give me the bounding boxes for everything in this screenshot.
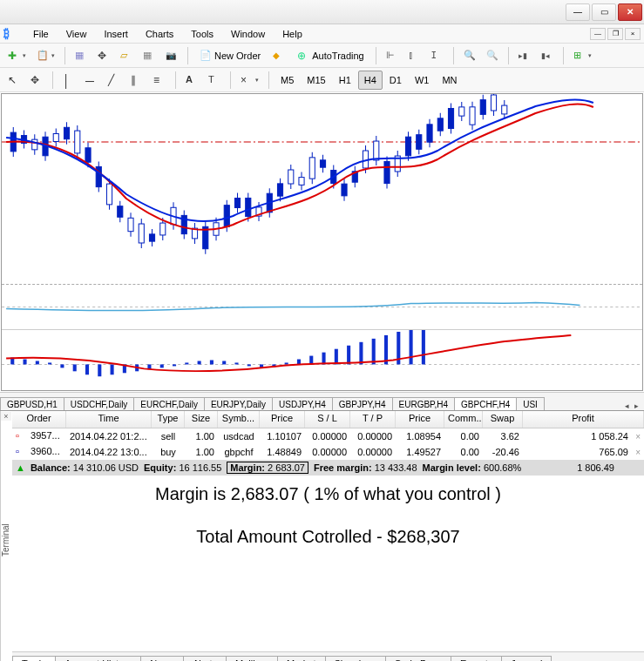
svg-rect-109 xyxy=(160,364,164,368)
channel-button[interactable] xyxy=(126,71,147,90)
price-chart[interactable] xyxy=(2,94,642,284)
terminal-tab-news[interactable]: News xyxy=(140,656,184,661)
menu-view[interactable]: View xyxy=(58,27,96,41)
trade-row[interactable]: 3957...2014.04.22 01:2...sell1.00usdcad1… xyxy=(12,428,644,444)
col-commission[interactable]: Comm... xyxy=(444,411,483,428)
text-button[interactable] xyxy=(181,71,202,90)
crosshair-button[interactable] xyxy=(93,46,114,65)
bar-chart-button[interactable] xyxy=(382,46,403,65)
trendline-button[interactable] xyxy=(104,71,125,90)
chart-tab[interactable]: USDCHF,Daily xyxy=(64,397,135,410)
close-trade-button[interactable]: × xyxy=(632,431,644,442)
chart-tab[interactable]: GBPJPY,H4 xyxy=(332,397,393,410)
window-minimize-button[interactable] xyxy=(566,3,590,21)
menu-charts[interactable]: Charts xyxy=(137,27,182,41)
chart-tab[interactable]: EURCHF,Daily xyxy=(133,397,205,410)
profiles-button[interactable]: ▾ xyxy=(32,46,59,65)
menu-help[interactable]: Help xyxy=(274,27,311,41)
terminal-close-button[interactable]: × xyxy=(1,412,11,421)
buy-icon xyxy=(16,446,28,458)
terminal-tab-mailbox[interactable]: Mailbox xyxy=(226,656,278,661)
indicators-button[interactable]: ▾ xyxy=(569,46,596,65)
menu-file[interactable]: File xyxy=(24,27,58,41)
col-type[interactable]: Type xyxy=(152,411,185,428)
cursor-button[interactable] xyxy=(3,71,24,90)
col-sl[interactable]: S / L xyxy=(305,411,350,428)
timeframe-d1[interactable]: D1 xyxy=(383,71,408,90)
terminal-button[interactable] xyxy=(139,46,159,65)
zoom-out-button[interactable] xyxy=(482,46,503,65)
crosshair-tool-button[interactable] xyxy=(26,71,47,90)
svg-rect-125 xyxy=(359,342,363,365)
vline-button[interactable] xyxy=(58,71,79,90)
market-watch-button[interactable] xyxy=(71,46,92,65)
arrows-button[interactable]: ▾ xyxy=(236,71,263,90)
chart-area[interactable] xyxy=(1,93,643,391)
expert-advisor-button[interactable] xyxy=(268,46,289,65)
line-chart-button[interactable] xyxy=(427,46,448,65)
svg-rect-122 xyxy=(322,353,326,365)
margin-highlight: Margin: 2 683.07 xyxy=(227,462,308,474)
col-order[interactable]: Order xyxy=(12,411,66,428)
window-maximize-button[interactable] xyxy=(592,3,616,21)
terminal-tab-alerts[interactable]: Alerts xyxy=(183,656,227,661)
terminal-tab-trade[interactable]: Trade xyxy=(12,656,56,661)
summary-up-icon: ▲ xyxy=(16,462,25,473)
fibo-button[interactable] xyxy=(149,71,170,90)
zoom-in-button[interactable] xyxy=(459,46,480,65)
terminal-tab-journal[interactable]: Journal xyxy=(501,656,552,661)
auto-trading-label: AutoTrading xyxy=(312,51,364,61)
col-size[interactable]: Size xyxy=(185,411,218,428)
terminal-tab-account-history[interactable]: Account History xyxy=(55,656,141,661)
chart-tab[interactable]: EURJPY,Daily xyxy=(204,397,273,410)
candle-chart-button[interactable] xyxy=(404,46,425,65)
chart-tab[interactable]: GBPCHF,H4 xyxy=(454,397,517,410)
label-button[interactable] xyxy=(204,71,225,90)
svg-rect-76 xyxy=(405,137,410,156)
timeframe-m15[interactable]: M15 xyxy=(301,71,331,90)
menu-tools[interactable]: Tools xyxy=(182,27,222,41)
timeframe-h4[interactable]: H4 xyxy=(358,71,383,90)
timeframe-mn[interactable]: MN xyxy=(436,71,463,90)
col-swap[interactable]: Swap xyxy=(483,411,523,428)
timeframe-h1[interactable]: H1 xyxy=(333,71,357,90)
col-price-open[interactable]: Price xyxy=(260,411,305,428)
mdi-close-button[interactable]: × xyxy=(625,28,641,40)
col-tp[interactable]: T / P xyxy=(350,411,396,428)
chart-tab[interactable]: USDJPY,H4 xyxy=(272,397,333,410)
timeframe-m5[interactable]: M5 xyxy=(275,71,300,90)
col-symbol[interactable]: Symb... xyxy=(218,411,260,428)
screenshot-button[interactable] xyxy=(161,46,182,65)
toolbar-main: ▾ ▾ New Order AutoTrading ▾ xyxy=(0,44,644,68)
auto-scroll-button[interactable] xyxy=(514,46,535,65)
col-profit[interactable]: Profit xyxy=(523,411,644,428)
svg-rect-22 xyxy=(118,206,123,218)
auto-trading-button[interactable]: AutoTrading xyxy=(291,46,370,65)
tab-scroll-left[interactable]: ◂ xyxy=(623,401,631,410)
menu-insert[interactable]: Insert xyxy=(95,27,137,41)
mdi-restore-button[interactable]: ❐ xyxy=(607,28,623,40)
chart-tab[interactable]: EURGBP,H4 xyxy=(392,397,456,410)
menu-window[interactable]: Window xyxy=(222,27,274,41)
close-trade-button[interactable]: × xyxy=(632,447,644,458)
terminal-tab-signals[interactable]: Signals 18 xyxy=(325,656,386,661)
trade-row[interactable]: 3960...2014.04.22 13:0...buy1.00gbpchf1.… xyxy=(12,444,644,460)
new-chart-button[interactable]: ▾ xyxy=(3,46,31,65)
chart-tab[interactable]: USI xyxy=(516,397,545,410)
navigator-button[interactable] xyxy=(116,46,137,65)
mdi-minimize-button[interactable]: — xyxy=(590,28,606,40)
terminal-tab-code-base[interactable]: Code Base xyxy=(385,656,451,661)
timeframe-w1[interactable]: W1 xyxy=(409,71,436,90)
new-order-button[interactable]: New Order xyxy=(193,46,267,65)
col-time[interactable]: Time xyxy=(66,411,152,428)
hline-button[interactable] xyxy=(81,71,102,90)
macd-chart[interactable] xyxy=(2,329,642,390)
terminal-tab-experts[interactable]: Experts xyxy=(451,656,502,661)
window-close-button[interactable] xyxy=(618,3,642,21)
tab-scroll-right[interactable]: ▸ xyxy=(633,401,641,410)
col-price-current[interactable]: Price xyxy=(396,411,444,428)
chart-tab[interactable]: GBPUSD,H1 xyxy=(0,397,64,410)
terminal-tab-market[interactable]: Market xyxy=(277,656,326,661)
chart-shift-button[interactable] xyxy=(537,46,558,65)
oscillator-chart[interactable] xyxy=(2,284,642,329)
